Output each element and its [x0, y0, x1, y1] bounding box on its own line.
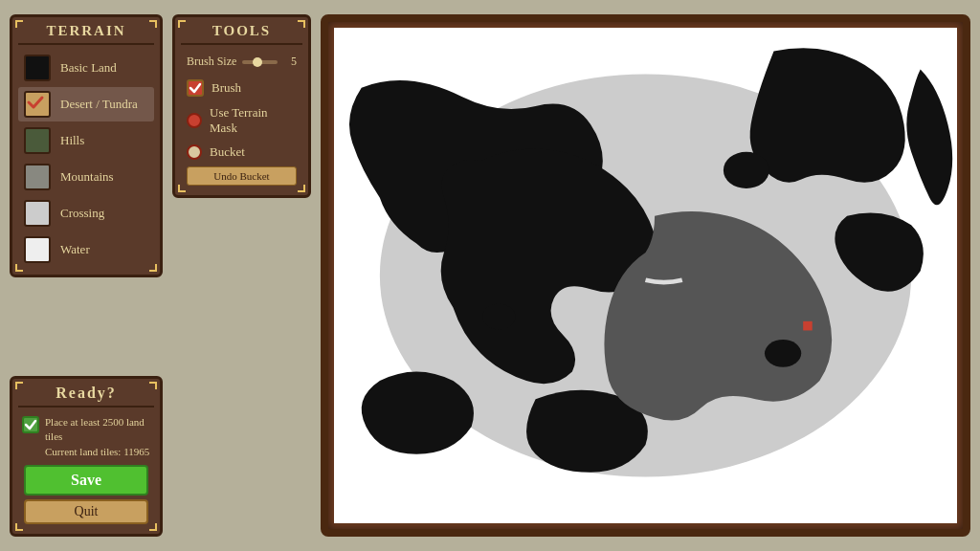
svg-point-4 [482, 304, 515, 330]
swatch-desert [24, 91, 51, 118]
tools-panel: Tools Brush Size 5 Brush Use Terrain Mas… [172, 14, 311, 198]
terrain-item-hills[interactable]: Hills [18, 123, 154, 158]
terrain-panel: Terrain Basic Land Desert / Tundra Hills… [10, 14, 163, 277]
terrain-label-water: Water [60, 242, 90, 257]
map-canvas[interactable] [334, 28, 957, 523]
brush-size-slider[interactable] [242, 60, 278, 64]
save-button[interactable]: Save [24, 465, 148, 496]
tools-title: Tools [181, 23, 302, 45]
terrain-item-mountains[interactable]: Mountains [18, 160, 154, 194]
terrain-item-water[interactable]: Water [18, 232, 154, 267]
terrain-label-basic-land: Basic Land [60, 60, 117, 76]
terrain-item-basic-land[interactable]: Basic Land [18, 51, 154, 85]
terrain-label-crossing: Crossing [60, 206, 104, 221]
terrain-item-desert-tundra[interactable]: Desert / Tundra [18, 87, 154, 121]
swatch-mountains [24, 164, 51, 190]
swatch-water [24, 236, 51, 263]
svg-point-2 [724, 152, 769, 188]
terrain-title: Terrain [18, 23, 154, 45]
tool-label-terrain-mask: Use Terrain Mask [210, 105, 297, 136]
terrain-label-mountains: Mountains [60, 169, 114, 185]
brush-size-label: Brush Size [187, 55, 236, 69]
bucket-radio[interactable] [187, 144, 202, 160]
ready-check-row: Place at least 2500 land tiles Current l… [18, 415, 154, 459]
terrain-mask-radio[interactable] [187, 113, 202, 128]
swatch-basic-land [24, 55, 51, 81]
swatch-crossing [24, 200, 51, 227]
tool-item-bucket[interactable]: Bucket [181, 142, 302, 163]
brush-checkbox[interactable] [187, 79, 204, 97]
brush-slider-thumb [253, 57, 262, 67]
tool-item-brush[interactable]: Brush [181, 77, 302, 99]
terrain-item-crossing[interactable]: Crossing [18, 196, 154, 231]
map-frame [321, 14, 970, 537]
ready-status-text: Place at least 2500 land tiles Current l… [45, 415, 150, 459]
terrain-label-desert: Desert / Tundra [60, 97, 138, 112]
tool-label-bucket: Bucket [210, 144, 245, 160]
brush-size-row: Brush Size 5 [181, 51, 302, 73]
terrain-label-hills: Hills [60, 133, 84, 148]
tool-item-terrain-mask[interactable]: Use Terrain Mask [181, 102, 302, 139]
swatch-hills [24, 127, 51, 154]
tool-label-brush: Brush [212, 80, 241, 96]
desert-checkmark [24, 91, 47, 114]
quit-button[interactable]: Quit [24, 499, 148, 524]
ready-panel: Ready? Place at least 2500 land tiles Cu… [10, 376, 163, 537]
ready-title: Ready? [18, 385, 154, 408]
svg-rect-5 [803, 321, 813, 331]
undo-bucket-button[interactable]: Undo Bucket [187, 166, 297, 186]
svg-point-3 [765, 340, 801, 367]
brush-size-value: 5 [283, 55, 297, 69]
ready-checkmark-icon [22, 416, 39, 433]
